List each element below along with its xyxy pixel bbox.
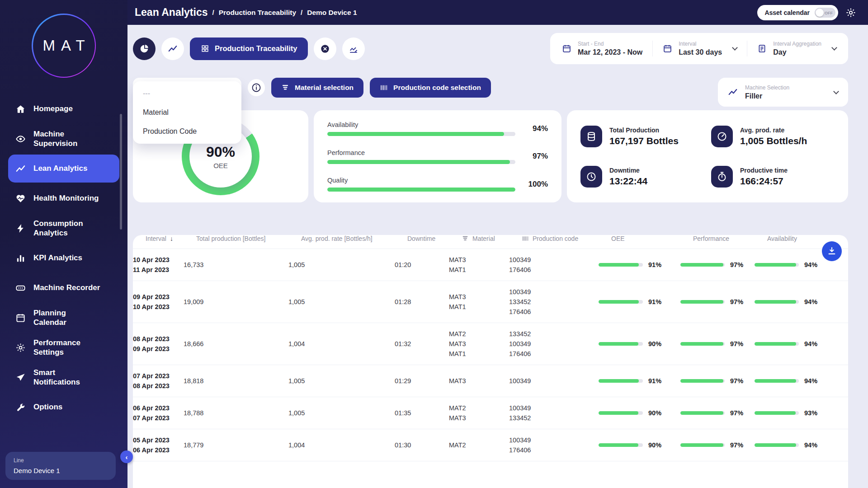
breadcrumb-section[interactable]: Production Traceability [219,9,296,17]
asset-calendar-label: Asset calendar [764,9,810,16]
logo-text: MAT [42,37,90,54]
trend-icon [168,44,178,54]
cell-downtime: 01:30 [395,440,449,450]
clear-selection-button[interactable] [314,38,336,60]
breadcrumb: Lean Analytics Production Traceability D… [135,6,357,19]
column-total-production[interactable]: Total production [Bottles] [196,235,301,242]
sidebar-item-kpi-analytics[interactable]: KPI Analytics [8,244,119,272]
cell-production-code: 100349 [509,376,599,386]
column-interval[interactable]: Interval [146,235,196,242]
breadcrumb-device[interactable]: Demo Device 1 [307,9,357,17]
cell-interval: 10 Apr 202311 Apr 2023 [133,255,184,275]
info-button[interactable] [248,79,265,96]
metrics-card: Availability 94% Performance 97% Quality… [314,110,561,202]
performance-progress-bar [680,263,725,267]
production-code-value: 133452 [509,329,599,339]
cell-availability: 94% [755,260,848,270]
date-range-picker[interactable]: Start - End Mar 12, 2023 - Now [552,41,652,56]
table-header: Interval Total production [Bottles] Avg.… [133,235,848,249]
trend-icon [15,164,26,174]
sidebar-nav: Homepage Machine Supervision Lean Analyt… [0,95,127,421]
availability-progress-bar [755,443,799,447]
sidebar-item-machine-recorder[interactable]: Machine Recorder [8,274,119,302]
sidebar-item-performance-settings[interactable]: Performance Settings [8,333,119,361]
download-button[interactable] [822,241,842,261]
machine-selection-dropdown[interactable]: Machine Selection Filler [718,78,848,107]
performance-metric: Performance 97% [327,149,548,164]
performance-percent: 97% [730,408,743,418]
column-availability[interactable]: Availability [767,235,835,242]
oee-percent: 91% [648,376,661,386]
availability-percent: 94% [804,260,817,270]
column-downtime[interactable]: Downtime [407,235,462,242]
sidebar-item-options[interactable]: Options [8,393,119,421]
cell-availability: 94% [755,376,848,386]
availability-percent: 94% [804,440,817,450]
kpi-avg-prod-rate: Avg. prod. rate 1,005 Bottles/h [711,122,835,150]
date-controls-card: Start - End Mar 12, 2023 - Now Interval … [550,33,848,64]
column-oee[interactable]: OEE [611,235,693,242]
cell-total-production: 18,788 [184,408,288,418]
line-chart-view-button[interactable] [161,38,184,60]
material-value: MAT3 [449,413,509,423]
interval-end-date: 09 Apr 2023 [133,344,184,354]
calendar-icon [663,44,672,53]
table-row[interactable]: 06 Apr 202307 Apr 2023 18,788 1,005 01:3… [133,397,848,429]
kpi-card: Total Production 167,197 Bottles Avg. pr… [567,110,848,202]
menu-option-production-code[interactable]: Production Code [133,122,241,141]
breadcrumb-root[interactable]: Lean Analytics [135,6,208,19]
device-card[interactable]: Line Demo Device 1 [5,452,116,480]
sidebar: MAT Homepage Machine Supervision Lean An… [0,0,127,488]
sidebar-item-planning-calendar[interactable]: Planning Calendar [8,304,119,332]
table-row[interactable]: 07 Apr 202308 Apr 2023 18,818 1,005 01:2… [133,365,848,397]
kpi-total-production: Total Production 167,197 Bottles [580,122,704,150]
sidebar-item-consumption-analytics[interactable]: Consumption Analytics [8,214,119,242]
availability-progress-bar [755,379,799,383]
column-production-code[interactable]: Production code [522,235,611,242]
column-performance[interactable]: Performance [693,235,767,242]
table-row[interactable]: 10 Apr 202311 Apr 2023 16,733 1,005 01:2… [133,249,848,281]
sidebar-scrollbar[interactable] [120,114,122,230]
availability-percent: 93% [804,408,817,418]
asset-calendar-switch[interactable]: OFF [815,8,835,18]
content: Production Traceability Start - End Mar … [127,25,868,488]
table-row[interactable]: 09 Apr 202310 Apr 2023 19,009 1,005 01:2… [133,281,848,323]
interval-dropdown[interactable]: Interval Last 30 days [652,41,747,56]
cell-avg-prod-rate: 1,004 [288,440,395,450]
oee-percent: 91% [648,297,661,307]
production-code-selection-button[interactable]: Production code selection [370,78,491,98]
chart-settings-button[interactable] [342,38,365,60]
database-icon [580,126,602,147]
cell-total-production: 18,779 [184,440,288,450]
menu-option-material[interactable]: Material [133,103,241,122]
cell-total-production: 18,666 [184,339,288,349]
document-icon [757,44,767,53]
interval-aggregation-dropdown[interactable]: Interval Aggregation Day [747,41,846,56]
cell-oee: 91% [599,297,680,307]
sidebar-item-health-monitoring[interactable]: Health Monitoring [8,184,119,212]
interval-aggregation-value: Day [773,48,821,56]
cell-oee: 91% [599,260,680,270]
asset-calendar-toggle-pill[interactable]: Asset calendar OFF [757,5,838,20]
column-avg-prod-rate[interactable]: Avg. prod. rate [Bottles/h] [301,235,407,242]
sidebar-item-smart-notifications[interactable]: Smart Notifications [8,363,119,391]
logo-inner: MAT [33,15,95,77]
cell-performance: 97% [680,376,755,386]
settings-gear-icon[interactable] [845,7,856,18]
sidebar-item-machine-supervision[interactable]: Machine Supervision [8,125,119,153]
material-selection-button[interactable]: Material selection [271,78,363,98]
column-material[interactable]: Material [462,235,522,242]
table-row-divider [133,461,848,461]
menu-option-none[interactable]: --- [133,84,241,103]
pie-chart-view-button[interactable] [133,38,156,60]
table-row[interactable]: 08 Apr 202309 Apr 2023 18,666 1,004 01:3… [133,323,848,365]
sidebar-collapse-button[interactable]: ‹ [120,450,133,463]
sidebar-item-homepage[interactable]: Homepage [8,95,119,123]
table-row[interactable]: 05 Apr 202306 Apr 2023 18,779 1,004 01:3… [133,429,848,461]
clock-icon [580,166,602,188]
heart-icon [15,193,26,204]
production-code-value: 176406 [509,445,599,455]
interval-label: Interval [679,41,722,47]
production-traceability-button[interactable]: Production Traceability [190,38,308,60]
sidebar-item-lean-analytics[interactable]: Lean Analytics [8,155,119,183]
